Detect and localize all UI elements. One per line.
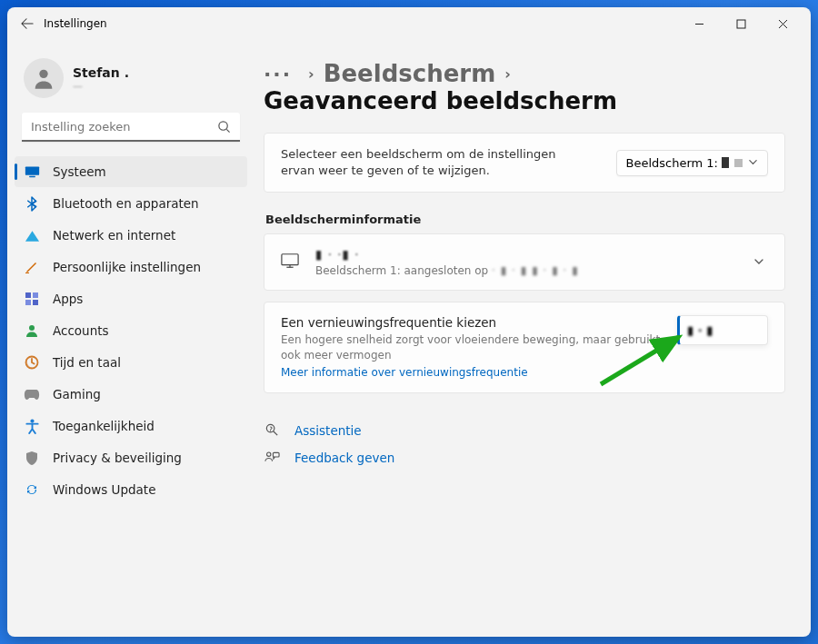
network-icon <box>24 227 40 243</box>
sidebar-item-time[interactable]: Tijd en taal <box>15 347 247 378</box>
back-button[interactable] <box>15 11 40 36</box>
breadcrumb: ··· › Beeldscherm › Geavanceerd beeldsch… <box>264 60 785 114</box>
maximize-button[interactable] <box>720 9 762 38</box>
svg-point-22 <box>266 452 270 456</box>
close-icon <box>778 19 788 29</box>
window-title: Instellingen <box>44 17 107 30</box>
svg-rect-23 <box>273 452 279 457</box>
svg-point-20 <box>270 431 271 431</box>
sidebar-item-gaming[interactable]: Gaming <box>15 379 247 410</box>
svg-point-3 <box>219 122 227 130</box>
refresh-more-link[interactable]: Meer informatie over vernieuwingsfrequen… <box>281 366 528 379</box>
sidebar-item-label: Privacy & beveiliging <box>53 451 182 465</box>
settings-window: Instellingen Stefan . — <box>7 7 811 637</box>
svg-rect-7 <box>25 272 29 273</box>
search-icon <box>217 120 231 137</box>
refresh-desc: Een hogere snelheid zorgt voor vloeiende… <box>281 332 677 362</box>
maximize-icon <box>736 19 746 29</box>
assist-icon <box>264 422 280 439</box>
feedback-link[interactable]: Feedback geven <box>264 444 785 471</box>
display-select-label: Beeldscherm 1: <box>626 156 719 170</box>
sidebar-item-label: Gaming <box>53 387 101 401</box>
sidebar-item-bluetooth[interactable]: Bluetooth en apparaten <box>15 188 247 219</box>
sidebar-item-update[interactable]: Windows Update <box>15 474 247 505</box>
chevron-down-icon <box>750 253 768 271</box>
refresh-rate-value: ▮ · ▮ <box>687 323 713 337</box>
svg-rect-6 <box>29 176 35 178</box>
breadcrumb-more[interactable]: ··· <box>264 63 292 85</box>
intro-text: Selecteer een beeldscherm om de instelli… <box>281 146 581 179</box>
minimize-icon <box>694 19 704 29</box>
monitor-icon <box>281 253 299 272</box>
system-icon <box>24 163 40 180</box>
svg-point-12 <box>29 325 35 331</box>
arrow-left-icon <box>21 17 34 30</box>
redacted-icon <box>722 157 729 168</box>
gaming-icon <box>24 386 40 402</box>
display-selector-card: Selecteer een beeldscherm om de instelli… <box>264 133 785 193</box>
section-display-info: Beeldscherminformatie <box>265 213 785 226</box>
bluetooth-icon <box>24 195 40 212</box>
sidebar-item-label: Windows Update <box>53 482 155 497</box>
apps-icon <box>24 291 40 307</box>
svg-line-21 <box>273 431 276 435</box>
display-select[interactable]: Beeldscherm 1: <box>616 150 769 176</box>
access-icon <box>24 418 40 434</box>
display-connection: Beeldscherm 1: aangesloten op · ▮ · ▮ ▮ … <box>315 264 750 277</box>
minimize-button[interactable] <box>678 9 720 38</box>
feedback-icon <box>264 450 280 466</box>
profile-block[interactable]: Stefan . — <box>15 51 247 113</box>
sidebar-item-access[interactable]: Toegankelijkheid <box>15 411 247 441</box>
svg-line-4 <box>226 129 229 132</box>
sidebar-item-system[interactable]: Systeem <box>15 156 247 187</box>
square-icon <box>734 159 743 167</box>
close-button[interactable] <box>762 9 803 38</box>
feedback-label: Feedback geven <box>294 451 394 465</box>
chevron-right-icon: › <box>308 65 314 83</box>
svg-point-2 <box>39 70 47 78</box>
privacy-icon <box>24 450 40 466</box>
main-content: ··· › Beeldscherm › Geavanceerd beeldsch… <box>254 40 811 637</box>
sidebar-item-privacy[interactable]: Privacy & beveiliging <box>15 442 247 473</box>
avatar <box>24 58 64 98</box>
svg-rect-1 <box>737 20 745 28</box>
display-info-card[interactable]: ▮ · ·▮ · Beeldscherm 1: aangesloten op ·… <box>264 233 785 291</box>
sidebar-item-label: Tijd en taal <box>53 355 121 370</box>
personal-icon <box>24 259 40 275</box>
person-icon <box>31 65 56 91</box>
sidebar: Stefan . — SysteemBluetooth en apparaten… <box>7 40 254 637</box>
sidebar-item-personal[interactable]: Persoonlijke instellingen <box>15 252 247 282</box>
sidebar-item-network[interactable]: Netwerk en internet <box>15 220 247 251</box>
refresh-title: Een vernieuwingsfrequentie kiezen <box>281 315 677 330</box>
sidebar-item-accounts[interactable]: Accounts <box>15 315 247 346</box>
display-model: ▮ · ·▮ · <box>315 247 750 262</box>
breadcrumb-current: Geavanceerd beeldscherm <box>264 87 617 114</box>
sidebar-item-apps[interactable]: Apps <box>15 283 247 314</box>
breadcrumb-prev[interactable]: Beeldscherm <box>324 60 496 87</box>
search-input[interactable] <box>22 113 240 142</box>
search-box <box>22 113 240 142</box>
svg-point-14 <box>30 419 34 422</box>
sidebar-item-label: Systeem <box>53 164 106 179</box>
titlebar: Instellingen <box>7 7 811 40</box>
time-icon <box>24 354 40 371</box>
update-icon <box>24 481 40 498</box>
refresh-rate-select[interactable]: ▮ · ▮ <box>677 315 768 345</box>
nav-list: SysteemBluetooth en apparatenNetwerk en … <box>15 156 247 506</box>
assist-link[interactable]: Assistentie <box>264 417 785 444</box>
profile-sub: — <box>73 80 129 92</box>
svg-rect-15 <box>282 254 298 265</box>
sidebar-item-label: Bluetooth en apparaten <box>53 196 199 211</box>
chevron-down-icon <box>748 156 758 170</box>
assist-label: Assistentie <box>294 423 362 438</box>
profile-name: Stefan . <box>73 65 129 80</box>
sidebar-item-label: Persoonlijke instellingen <box>53 260 201 274</box>
refresh-rate-card: Een vernieuwingsfrequentie kiezen Een ho… <box>264 302 785 392</box>
svg-rect-11 <box>33 300 38 305</box>
help-links: Assistentie Feedback geven <box>264 417 785 471</box>
svg-rect-5 <box>25 166 38 174</box>
svg-rect-10 <box>25 300 31 305</box>
sidebar-item-label: Netwerk en internet <box>53 228 175 243</box>
svg-rect-8 <box>25 292 31 298</box>
svg-rect-9 <box>33 292 38 298</box>
